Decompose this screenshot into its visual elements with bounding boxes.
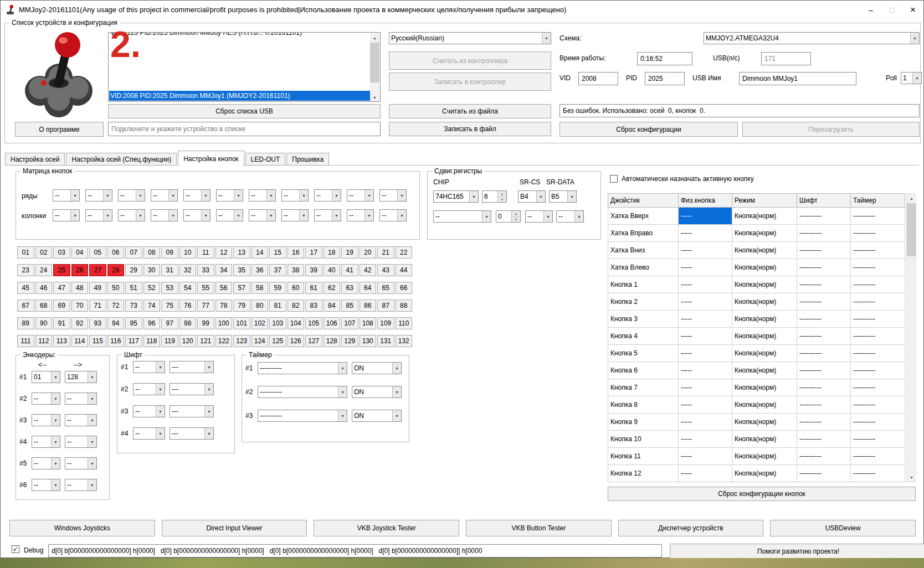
- matrix-button[interactable]: 46: [35, 282, 53, 294]
- cell-mode[interactable]: Кнопка(норм): [732, 311, 797, 328]
- matrix-button[interactable]: 84: [324, 300, 341, 312]
- tab-axes[interactable]: Настройка осей: [5, 153, 65, 166]
- cell-joystick[interactable]: Кнопка 7: [608, 379, 679, 396]
- matrix-button[interactable]: 40: [324, 264, 341, 276]
- usb-rate-field[interactable]: 171: [761, 52, 811, 65]
- matrix-button[interactable]: 128: [324, 335, 341, 347]
- matrix-button[interactable]: 38: [288, 264, 305, 276]
- poll-select[interactable]: 1 ▼: [901, 72, 922, 84]
- matrix-button[interactable]: 47: [53, 282, 70, 294]
- reset-config-button[interactable]: Сброс конфигурации: [559, 122, 738, 137]
- matrix-button[interactable]: 76: [179, 300, 197, 312]
- matrix-button[interactable]: 20: [360, 246, 377, 259]
- cell-phys[interactable]: -----: [679, 259, 732, 276]
- direct-input-viewer-button[interactable]: Direct Input Viewer: [162, 520, 307, 536]
- matrix-button[interactable]: 59: [269, 282, 286, 294]
- cell-mode[interactable]: Кнопка(норм): [732, 293, 797, 311]
- matrix-button[interactable]: 32: [179, 264, 197, 276]
- matrix-row-select[interactable]: --▼: [118, 189, 145, 202]
- cell-timer[interactable]: ----------: [851, 431, 905, 448]
- cell-joystick[interactable]: Хатка Вправо: [608, 225, 679, 242]
- cell-timer[interactable]: ----------: [851, 293, 905, 311]
- cell-joystick[interactable]: Кнопка 4: [608, 328, 679, 345]
- matrix-button[interactable]: 108: [360, 317, 377, 329]
- matrix-button[interactable]: 42: [360, 264, 377, 276]
- matrix-button[interactable]: 41: [341, 264, 358, 276]
- encoder-select-a[interactable]: --▼: [32, 414, 60, 426]
- shift-select-a[interactable]: --▼: [133, 361, 165, 373]
- matrix-button[interactable]: 57: [233, 282, 250, 294]
- matrix-button[interactable]: 14: [251, 246, 269, 259]
- matrix-button[interactable]: 117: [125, 335, 142, 347]
- timer-select-a[interactable]: ----------▼: [258, 410, 347, 422]
- matrix-button[interactable]: 124: [251, 335, 269, 347]
- matrix-row-select[interactable]: --▼: [183, 189, 211, 202]
- timer-select-b[interactable]: ON▼: [352, 410, 402, 422]
- matrix-button[interactable]: 127: [305, 335, 322, 347]
- minimize-button[interactable]: –: [860, 1, 881, 19]
- cell-phys[interactable]: -----: [679, 311, 732, 328]
- cell-timer[interactable]: ----------: [851, 362, 905, 379]
- encoder-select-a[interactable]: 01▼: [32, 371, 60, 383]
- matrix-button[interactable]: 50: [107, 282, 125, 294]
- cell-joystick[interactable]: Хатка Влево: [608, 259, 679, 276]
- cell-mode[interactable]: Кнопка(норм): [732, 448, 797, 465]
- matrix-button[interactable]: 21: [377, 246, 394, 259]
- cell-shift[interactable]: ----------: [797, 362, 851, 379]
- cell-shift[interactable]: ----------: [797, 242, 851, 259]
- vkb-button-tester-button[interactable]: VKB Button Tester: [466, 520, 612, 536]
- encoder-select-b[interactable]: 128▼: [65, 371, 97, 383]
- timer-select-b[interactable]: ON▼: [352, 386, 402, 398]
- maximize-button[interactable]: □: [881, 1, 902, 19]
- matrix-button[interactable]: 63: [341, 282, 358, 294]
- cell-timer[interactable]: ----------: [851, 242, 905, 259]
- cell-phys[interactable]: -----: [679, 465, 732, 482]
- cell-joystick[interactable]: Кнопка 3: [608, 311, 679, 328]
- matrix-button[interactable]: 23: [17, 264, 34, 276]
- matrix-button[interactable]: 54: [179, 282, 197, 294]
- matrix-button[interactable]: 64: [360, 282, 377, 294]
- matrix-button[interactable]: 52: [143, 282, 161, 294]
- cell-phys[interactable]: -----: [679, 276, 732, 293]
- cell-phys[interactable]: -----: [679, 431, 732, 448]
- matrix-button[interactable]: 27: [89, 264, 106, 276]
- matrix-button[interactable]: 102: [251, 317, 269, 329]
- uptime-field[interactable]: 0:16:52: [637, 52, 692, 65]
- usb-name-field[interactable]: Dimmoon MMJoy1: [739, 72, 856, 85]
- cell-shift[interactable]: ----------: [797, 345, 851, 362]
- matrix-button[interactable]: 10: [179, 246, 197, 259]
- auto-assign-checkbox[interactable]: Автоматически назначать активную кнопку: [610, 175, 754, 183]
- matrix-button[interactable]: 06: [107, 246, 125, 259]
- cell-mode[interactable]: Кнопка(норм): [732, 328, 797, 345]
- spin-down-icon[interactable]: ▼: [512, 217, 520, 223]
- matrix-button[interactable]: 28: [107, 264, 125, 276]
- cell-timer[interactable]: ----------: [851, 379, 905, 396]
- cell-joystick[interactable]: Кнопка 1: [608, 276, 679, 293]
- shift-select-b[interactable]: ---▼: [170, 405, 214, 417]
- scroll-down-icon[interactable]: ▼: [907, 473, 916, 482]
- matrix-button[interactable]: 72: [107, 300, 125, 312]
- matrix-button[interactable]: 119: [161, 335, 178, 347]
- matrix-row-select[interactable]: --▼: [85, 189, 112, 202]
- write-to-controller-button[interactable]: Записать в контроллер: [389, 73, 551, 91]
- cell-shift[interactable]: ----------: [797, 208, 851, 225]
- cell-timer[interactable]: ----------: [851, 208, 905, 225]
- matrix-button[interactable]: 60: [288, 282, 305, 294]
- table-scrollbar[interactable]: ▲ ▼: [906, 193, 916, 482]
- matrix-button[interactable]: 107: [341, 317, 358, 329]
- matrix-button[interactable]: 96: [143, 317, 161, 329]
- encoder-select-a[interactable]: --▼: [32, 436, 60, 448]
- cell-phys[interactable]: -----: [679, 328, 732, 345]
- matrix-button[interactable]: 49: [89, 282, 106, 294]
- cell-shift[interactable]: ----------: [797, 465, 851, 482]
- cell-timer[interactable]: ----------: [851, 311, 905, 328]
- matrix-button[interactable]: 73: [125, 300, 142, 312]
- matrix-button[interactable]: 114: [71, 335, 89, 347]
- cell-timer[interactable]: ----------: [851, 465, 905, 482]
- timer-select-a[interactable]: ----------▼: [258, 362, 347, 374]
- cell-mode[interactable]: Кнопка(норм): [732, 431, 797, 448]
- cell-joystick[interactable]: Хатка Вверх: [608, 208, 679, 225]
- cell-mode[interactable]: Кнопка(норм): [732, 242, 797, 259]
- cell-shift[interactable]: ----------: [797, 259, 851, 276]
- matrix-button[interactable]: 80: [251, 300, 269, 312]
